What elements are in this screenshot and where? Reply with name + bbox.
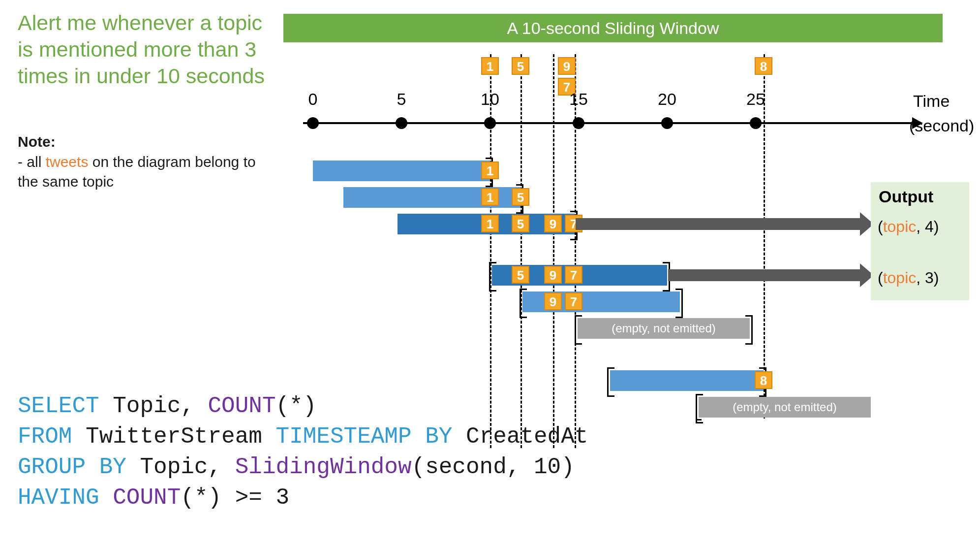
axis-tick-label: 20: [658, 90, 676, 109]
output-title: Output: [879, 187, 933, 206]
window-bar: [313, 161, 490, 181]
axis-units: (second): [909, 116, 974, 135]
axis-tick: [307, 117, 319, 129]
window-token: 5: [512, 188, 529, 206]
sql-block: SELECT Topic, COUNT(*) FROM TwitterStrea…: [18, 391, 588, 513]
axis-tick-label: 0: [308, 90, 318, 109]
window-bar: [610, 370, 764, 391]
bracket-icon: [696, 394, 702, 421]
note-text: - all tweets on the diagram belong to th…: [18, 154, 256, 190]
axis-tick: [661, 117, 673, 129]
window-token: 5: [512, 266, 529, 284]
axis-tick: [484, 117, 496, 129]
output-row: (topic, 4): [878, 218, 939, 236]
event-token: 9: [558, 57, 576, 75]
window-token: 9: [544, 292, 562, 310]
axis-tick: [750, 117, 762, 129]
window-token: 9: [544, 215, 562, 232]
event-token: 1: [481, 57, 499, 75]
note-block: Note: - all tweets on the diagram belong…: [18, 132, 269, 192]
window-token: 1: [481, 188, 499, 206]
window-token: 5: [512, 215, 529, 232]
window-bar-empty: (empty, not emitted): [699, 397, 871, 418]
axis-line: [303, 122, 913, 124]
axis-tick: [573, 117, 584, 129]
event-token: 5: [512, 57, 529, 75]
output-row: (topic, 3): [878, 269, 939, 287]
window-token: 9: [544, 266, 562, 284]
output-arrow-icon: [576, 218, 861, 230]
output-arrow-icon: [668, 269, 861, 281]
note-tweets-word: tweets: [46, 154, 89, 170]
headline: Alert me whenever a topic is mentioned m…: [18, 10, 269, 89]
time-axis: 0 5 10 15 20 25 Time (second): [313, 113, 928, 133]
sliding-window-title: A 10-second Sliding Window: [283, 14, 943, 42]
window-bar-empty: (empty, not emitted): [578, 318, 750, 339]
axis-tick-label: 25: [746, 90, 765, 109]
window-token: 1: [481, 215, 499, 232]
axis-tick-label: 15: [569, 90, 588, 109]
window-token: 7: [565, 266, 582, 284]
axis-tick: [396, 117, 407, 129]
event-token: 8: [755, 57, 772, 75]
axis-tick-label: 10: [481, 90, 499, 109]
window-token: 1: [481, 162, 499, 179]
event-vline: [764, 54, 765, 419]
axis-tick-label: 5: [397, 90, 406, 109]
window-token: 8: [755, 371, 772, 389]
window-token: 7: [565, 292, 582, 310]
note-label: Note:: [18, 133, 56, 150]
axis-label: Time: [913, 92, 949, 111]
